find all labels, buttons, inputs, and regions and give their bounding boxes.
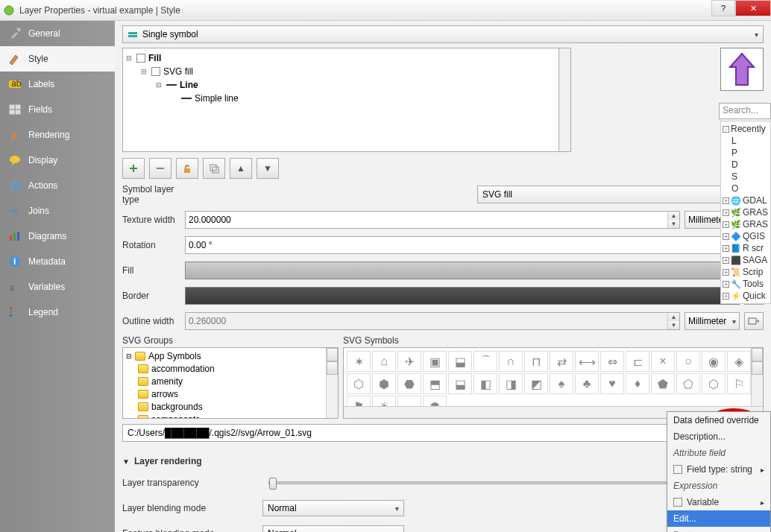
svg-rect-24 xyxy=(213,167,218,173)
layer-blend-label: Layer blending mode xyxy=(122,503,257,513)
svg-point-6 xyxy=(10,156,20,163)
svg-symbols-grid[interactable]: ✶⌂✈▣⬓⌒∩⊓⇄⟷⇔⊏ ×○◉◈⬡⬢⬣⬒⬓◧◨◩ ♠♣♥♦⬟⬠⬡⚐⚑☀☁☂ xyxy=(343,347,764,419)
border-color-button[interactable] xyxy=(185,287,740,305)
tree-scrollbar[interactable] xyxy=(559,48,571,152)
folder-item: components xyxy=(151,414,200,419)
sidebar-label: Rendering xyxy=(28,130,69,140)
sidebar-label: Legend xyxy=(28,307,58,317)
svg-groups-list[interactable]: ⊟App Symbols accommodation amenity arrow… xyxy=(122,347,339,419)
add-layer-button[interactable] xyxy=(122,158,145,179)
sidebar-item-actions[interactable]: Actions xyxy=(0,173,115,198)
svg-rect-16 xyxy=(10,314,12,317)
texture-width-spin[interactable]: 20.000000▲▼ xyxy=(185,211,680,229)
folder-item: arrows xyxy=(151,389,178,399)
scrollbar[interactable] xyxy=(326,348,338,418)
menu-field-type[interactable]: Field type: string xyxy=(667,461,770,478)
data-defined-menu: Data defined override Description... Att… xyxy=(667,411,771,532)
svg-symbols-label: SVG Symbols xyxy=(343,335,764,346)
sidebar-label: General xyxy=(28,28,60,39)
svg-text:ε: ε xyxy=(10,282,15,293)
diagram-icon xyxy=(7,229,22,244)
gear-icon xyxy=(7,178,22,193)
svg-rect-9 xyxy=(13,233,16,241)
texture-width-label: Texture width xyxy=(122,215,180,225)
svg-rect-15 xyxy=(10,311,12,313)
window-title: Layer Properties - virtual example | Sty… xyxy=(19,5,768,16)
sidebar-item-joins[interactable]: Joins xyxy=(0,198,115,224)
svg-path-input[interactable]: C:/Users/███████/.qgis2//svg/Arrow_01.sv… xyxy=(122,424,704,442)
menu-variable[interactable]: Variable xyxy=(667,494,770,510)
svg-rect-10 xyxy=(17,232,19,241)
search-input[interactable]: Search... xyxy=(719,103,771,119)
tree-item: SVG fill xyxy=(163,66,193,77)
menu-heading: Data defined override xyxy=(667,412,770,428)
sidebar-label: Fields xyxy=(28,104,52,115)
menu-attr-field: Attribute field xyxy=(667,445,770,461)
folder-item: backgrounds xyxy=(151,402,203,412)
sidebar-item-rendering[interactable]: Rendering xyxy=(0,122,115,148)
menu-description[interactable]: Description... xyxy=(667,428,770,445)
lock-button[interactable] xyxy=(176,158,198,179)
sidebar-item-metadata[interactable]: i Metadata xyxy=(0,249,115,274)
duplicate-button[interactable] xyxy=(203,158,225,179)
sidebar-label: Variables xyxy=(28,282,65,292)
sidebar-item-display[interactable]: Display xyxy=(0,148,115,173)
outline-width-unit[interactable]: Millimeter xyxy=(685,312,740,330)
sidebar-label: Joins xyxy=(28,206,49,216)
sidebar-item-labels[interactable]: abc Labels xyxy=(0,72,115,97)
feature-blend-combo[interactable]: Normal xyxy=(262,525,404,532)
close-button[interactable]: ✕ xyxy=(735,0,771,16)
fill-color-button[interactable] xyxy=(185,262,740,279)
outline-width-spin[interactable]: 0.260000▲▼ xyxy=(185,312,680,330)
move-up-button[interactable]: ▲ xyxy=(230,158,252,179)
outline-width-label: Outline width xyxy=(122,316,180,326)
feature-blend-label: Feature blending mode xyxy=(122,528,257,532)
sidebar-item-diagrams[interactable]: Diagrams xyxy=(0,224,115,249)
sidebar-label: Metadata xyxy=(28,256,66,267)
remove-layer-button[interactable] xyxy=(149,158,171,179)
sidebar-item-general[interactable]: General xyxy=(0,21,115,46)
wrench-icon xyxy=(7,26,22,41)
svg-rect-22 xyxy=(184,168,190,173)
sidebar-label: Diagrams xyxy=(28,231,66,241)
renderer-combo[interactable]: Single symbol xyxy=(122,25,764,43)
sidebar-label: Labels xyxy=(28,79,54,89)
sidebar-label: Actions xyxy=(28,180,57,191)
menu-paste[interactable]: Paste xyxy=(667,527,770,532)
processing-tree[interactable]: -Recently L P D S O +🌐GDAL +🌿GRAS +🌿GRAS… xyxy=(720,121,771,304)
border-label: Border xyxy=(122,291,180,301)
svg-point-7 xyxy=(11,182,19,189)
layer-blend-combo[interactable]: Normal xyxy=(262,500,404,516)
svg-text:i: i xyxy=(13,256,16,267)
sidebar-item-variables[interactable]: ε Variables xyxy=(0,274,115,300)
legend-icon xyxy=(7,305,22,320)
rotation-label: Rotation xyxy=(122,240,180,250)
rotation-spin[interactable]: 0.00 °▲▼ xyxy=(185,236,740,254)
sidebar-item-legend[interactable]: Legend xyxy=(0,300,115,325)
help-button[interactable]: ? xyxy=(711,0,735,16)
svg-rect-23 xyxy=(210,165,216,171)
sidebar-item-style[interactable]: Style xyxy=(0,46,115,72)
svg-rect-21 xyxy=(128,35,137,37)
layer-type-label: Symbol layer type xyxy=(122,184,180,205)
menu-expression: Expression xyxy=(667,478,770,494)
sidebar-item-fields[interactable]: Fields xyxy=(0,97,115,122)
labels-icon: abc xyxy=(7,77,22,92)
svg-text:abc: abc xyxy=(11,79,22,89)
move-down-button[interactable]: ▼ xyxy=(257,158,279,179)
svg-rect-14 xyxy=(10,307,12,309)
svg-rect-29 xyxy=(749,318,756,324)
symbol-preview xyxy=(720,48,764,91)
sidebar: General Style abc Labels Fields Renderin… xyxy=(0,21,115,532)
speech-icon xyxy=(7,153,22,168)
folder-item: accommodation xyxy=(151,364,215,374)
brush-icon xyxy=(7,51,22,66)
sidebar-label: Display xyxy=(28,155,57,165)
dd-override-button[interactable] xyxy=(744,312,764,330)
symbol-layer-tree[interactable]: ⊟Fill ⊟SVG fill ⊟Line Simple line xyxy=(122,48,559,152)
fill-label: Fill xyxy=(122,265,180,276)
svg-groups-label: SVG Groups xyxy=(122,335,339,346)
app-icon xyxy=(3,4,15,16)
info-icon: i xyxy=(7,254,22,269)
menu-edit[interactable]: Edit... xyxy=(667,510,770,527)
